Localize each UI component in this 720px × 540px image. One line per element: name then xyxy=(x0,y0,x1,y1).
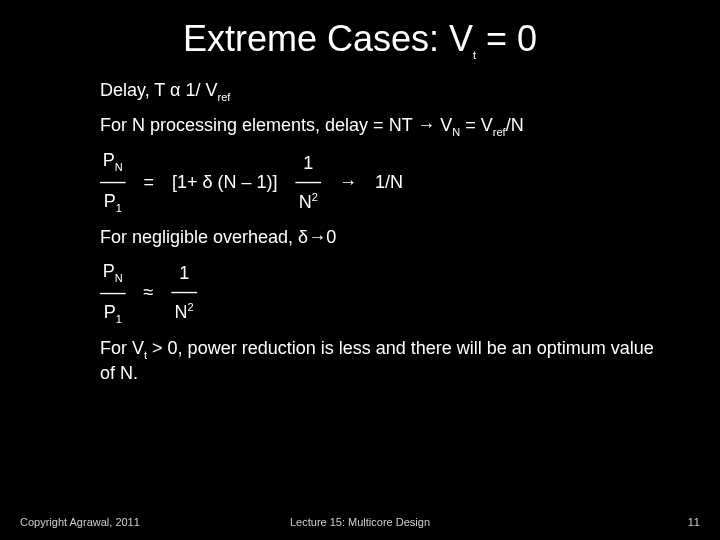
p-top-b: P xyxy=(103,261,115,281)
one-bot: 1 xyxy=(116,202,122,214)
concl-rest: > 0, power reduction is less and there w… xyxy=(100,338,654,383)
two-sup2: 2 xyxy=(312,191,318,203)
conclusion-line: For Vt > 0, power reduction is less and … xyxy=(100,337,670,385)
concl-prefix: For V xyxy=(100,338,144,358)
title-main: Extreme Cases: V xyxy=(183,18,473,59)
delay-prefix: Delay, T α 1/ V xyxy=(100,80,217,100)
frac-pn-p1-a: PN ── P1 xyxy=(100,151,126,214)
negligible-line: For negligible overhead, δ→0 xyxy=(100,226,670,249)
title-sub: t xyxy=(473,49,476,61)
p-bot-b: P xyxy=(104,302,116,322)
bar-b1: ── xyxy=(100,284,126,303)
vn-v: V xyxy=(440,115,452,135)
bar-b2: ── xyxy=(171,283,197,302)
slide-title: Extreme Cases: Vt = 0 xyxy=(0,0,720,79)
one-top2: 1 xyxy=(303,154,313,173)
equation-2: PN ── P1 ≈ 1 ── N2 xyxy=(100,262,670,325)
p-bot: P xyxy=(104,191,116,211)
over-n: /N xyxy=(506,115,524,135)
delay-sub: ref xyxy=(217,91,230,103)
copyright: Copyright Agrawal, 2011 xyxy=(20,516,140,528)
n-bot2: N xyxy=(299,192,312,212)
n-top-b: N xyxy=(115,271,123,283)
proc-eq: = xyxy=(465,115,481,135)
approx-sign: ≈ xyxy=(144,281,154,304)
footer: Copyright Agrawal, 2011 Lecture 15: Mult… xyxy=(0,516,720,528)
one-top-b2: 1 xyxy=(179,264,189,283)
slide: Extreme Cases: Vt = 0 Delay, T α 1/ Vref… xyxy=(0,0,720,540)
content-area: Delay, T α 1/ Vref For N processing elem… xyxy=(0,79,720,385)
lecture-label: Lecture 15: Multicore Design xyxy=(290,516,430,528)
bracket-term: [1+ δ (N – 1)] xyxy=(172,171,278,194)
frac-1-n2: 1 ── N2 xyxy=(296,154,322,212)
one-bot-b: 1 xyxy=(116,312,122,324)
p-top: P xyxy=(103,150,115,170)
bar-a2: ── xyxy=(296,173,322,192)
title-rest: = 0 xyxy=(486,18,537,59)
two-sup-b2: 2 xyxy=(188,301,194,313)
processing-line: For N processing elements, delay = NT → … xyxy=(100,114,670,139)
bar-a1: ── xyxy=(100,173,126,192)
page-number: 11 xyxy=(688,516,700,528)
frac-1-n2-b: 1 ── N2 xyxy=(171,264,197,322)
frac-pn-p1-b: PN ── P1 xyxy=(100,262,126,325)
delay-line: Delay, T α 1/ Vref xyxy=(100,79,670,104)
equation-1: PN ── P1 = [1+ δ (N – 1)] 1 ── N2 → 1/N xyxy=(100,151,670,214)
eq-sign-1: = xyxy=(144,171,155,194)
vn-n: N xyxy=(452,126,460,138)
result-1: 1/N xyxy=(375,171,403,194)
n-bot-b2: N xyxy=(175,302,188,322)
n-top: N xyxy=(115,161,123,173)
vref-ref: ref xyxy=(493,126,506,138)
concl-sub: t xyxy=(144,348,147,360)
processing-prefix: For N processing elements, delay = NT → xyxy=(100,115,440,135)
arrow-1: → xyxy=(339,171,357,194)
vref-v: V xyxy=(481,115,493,135)
